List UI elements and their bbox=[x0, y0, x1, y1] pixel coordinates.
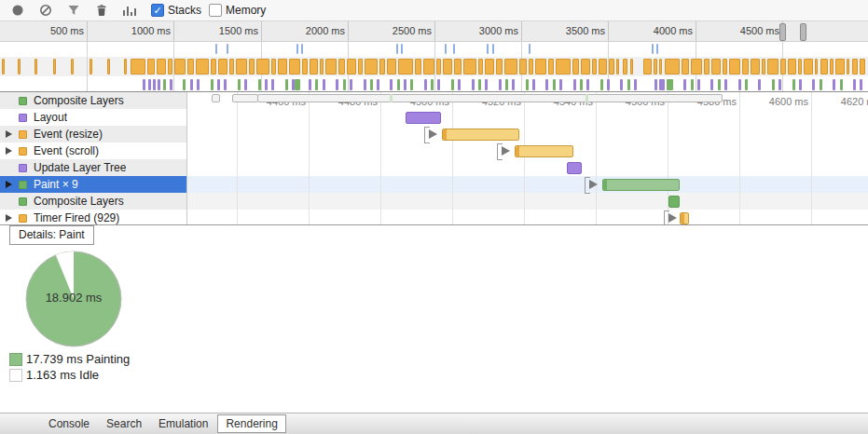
expand-arrow-icon[interactable] bbox=[6, 181, 12, 188]
network-activity-tick bbox=[492, 44, 494, 54]
sidebar-row-composite-layers[interactable]: Composite Layers bbox=[0, 193, 186, 210]
painting-activity-tick bbox=[526, 79, 529, 90]
overview-strips[interactable] bbox=[0, 42, 868, 92]
rendering-activity-tick bbox=[148, 79, 151, 90]
stacks-checkbox[interactable]: ✓ Stacks bbox=[151, 4, 201, 17]
record-button[interactable] bbox=[4, 1, 32, 20]
event-resize-bar[interactable] bbox=[442, 129, 519, 141]
overview-window-handle[interactable] bbox=[800, 23, 806, 41]
sidebar-row-update-layer-tree[interactable]: Update Layer Tree bbox=[0, 159, 186, 176]
scripting-activity-bar bbox=[723, 59, 727, 75]
chart-gridline bbox=[811, 92, 812, 224]
scripting-activity-bar bbox=[835, 59, 845, 75]
sidebar-row-event-resize[interactable]: Event (resize) bbox=[0, 126, 186, 142]
chart-gridline bbox=[524, 92, 525, 224]
expand-arrow-icon[interactable] bbox=[6, 214, 12, 222]
frame-marker-tick bbox=[586, 94, 588, 102]
composite-layers-bar[interactable] bbox=[668, 196, 680, 208]
event-self-time-cap bbox=[681, 213, 684, 224]
scripting-activity-bar bbox=[616, 59, 619, 75]
network-activity-tick bbox=[656, 44, 658, 54]
scripting-activity-bar bbox=[271, 59, 276, 75]
drawer-tab-emulation[interactable]: Emulation bbox=[151, 414, 215, 433]
painting-activity-tick bbox=[553, 79, 556, 90]
collapsed-children-marker[interactable] bbox=[497, 143, 514, 158]
stats-icon bbox=[122, 4, 137, 17]
pie-total-label: 18.902 ms bbox=[22, 291, 125, 305]
purple-category-icon bbox=[19, 114, 27, 122]
scripting-activity-bar bbox=[742, 59, 749, 75]
flame-chart-canvas[interactable]: 4460 ms4480 ms4500 ms4520 ms4540 ms4560 … bbox=[187, 92, 868, 224]
scripting-activity-bar bbox=[211, 59, 216, 75]
record-icon bbox=[11, 4, 24, 17]
rendering-activity-tick bbox=[659, 79, 665, 90]
event-self-time-cap bbox=[443, 129, 447, 140]
scripting-activity-bar bbox=[71, 59, 74, 75]
painting-activity-tick bbox=[627, 79, 630, 90]
scripting-activity-bar bbox=[665, 59, 680, 75]
sidebar-row-label: Layout bbox=[34, 111, 67, 124]
overview-ruler-gridline bbox=[348, 21, 349, 41]
rendering-activity-tick bbox=[217, 79, 220, 90]
scripting-activity-bar bbox=[852, 59, 858, 75]
scripting-activity-bar bbox=[358, 59, 363, 75]
expand-arrow-icon[interactable] bbox=[6, 147, 12, 155]
drawer-tab-search[interactable]: Search bbox=[99, 414, 149, 433]
drawer-tab-console[interactable]: Console bbox=[41, 414, 97, 433]
scripting-activity-bar bbox=[2, 59, 5, 75]
rendering-activity-tick bbox=[512, 79, 515, 90]
painting-activity-tick bbox=[820, 79, 822, 90]
legend-item: 1.163 ms Idle bbox=[9, 367, 130, 383]
sidebar-row-layout[interactable]: Layout bbox=[0, 109, 186, 126]
rendering-activity-tick bbox=[799, 79, 802, 90]
details-tab[interactable]: Details: Paint bbox=[9, 225, 94, 245]
sidebar-row-composite-layers[interactable]: Composite Layers bbox=[0, 92, 186, 109]
frame-bar bbox=[212, 94, 220, 102]
paint-bar[interactable] bbox=[602, 179, 680, 191]
rendering-activity-tick bbox=[654, 79, 657, 90]
legend-swatch-idle bbox=[9, 369, 22, 382]
drawer-tab-rendering[interactable]: Rendering bbox=[217, 414, 285, 433]
collapsed-children-marker[interactable] bbox=[424, 127, 441, 142]
painting-activity-tick bbox=[163, 79, 166, 90]
sidebar-row-timer-fired-929[interactable]: Timer Fired (929) bbox=[0, 210, 186, 225]
painting-activity-tick bbox=[580, 79, 583, 90]
memory-checkbox[interactable]: Memory bbox=[209, 4, 266, 17]
stats-button[interactable] bbox=[116, 1, 144, 20]
scripting-activity-bar bbox=[478, 59, 483, 75]
timer-fired-bar[interactable] bbox=[680, 212, 689, 224]
filter-button[interactable] bbox=[60, 1, 88, 20]
painting-activity-tick bbox=[315, 79, 318, 90]
overview-window-handle[interactable] bbox=[779, 23, 786, 41]
rendering-activity-tick bbox=[170, 79, 172, 90]
overview-ruler[interactable]: 500 ms1000 ms1500 ms2000 ms2500 ms3000 m… bbox=[0, 21, 868, 42]
collapsed-children-marker[interactable] bbox=[585, 177, 601, 192]
scripting-activity-bar bbox=[780, 59, 786, 75]
trash-button[interactable] bbox=[88, 1, 116, 20]
clear-button[interactable] bbox=[32, 1, 60, 20]
update-layer-tree-bar[interactable] bbox=[567, 162, 582, 174]
rendering-activity-tick bbox=[309, 79, 311, 90]
chart-gridline bbox=[739, 92, 740, 224]
expand-arrow-icon[interactable] bbox=[6, 130, 12, 138]
painting-activity-tick bbox=[238, 79, 241, 90]
layout-bar[interactable] bbox=[406, 112, 441, 124]
sidebar-row-event-scroll[interactable]: Event (scroll) bbox=[0, 142, 186, 159]
overview-ruler-label: 2500 ms bbox=[393, 25, 434, 36]
collapsed-children-marker[interactable] bbox=[664, 210, 681, 224]
event-scroll-bar[interactable] bbox=[515, 145, 573, 157]
painting-activity-tick bbox=[840, 79, 843, 90]
stacks-checkbox-label: Stacks bbox=[168, 4, 201, 17]
scripting-activity-bar bbox=[654, 59, 657, 75]
scripting-activity-bar bbox=[643, 59, 652, 75]
scripting-activity-bar bbox=[218, 59, 227, 75]
network-activity-tick bbox=[215, 44, 217, 54]
filter-icon bbox=[67, 4, 80, 17]
sidebar-row-paint-9[interactable]: Paint × 9 bbox=[0, 176, 186, 193]
scripting-activity-bar bbox=[519, 59, 527, 75]
rendering-activity-tick bbox=[485, 79, 488, 90]
rendering-activity-tick bbox=[634, 79, 637, 90]
sidebar-row-label: Update Layer Tree bbox=[34, 161, 126, 174]
painting-activity-tick bbox=[745, 79, 748, 90]
flame-chart: Composite LayersLayoutEvent (resize)Even… bbox=[0, 92, 868, 225]
